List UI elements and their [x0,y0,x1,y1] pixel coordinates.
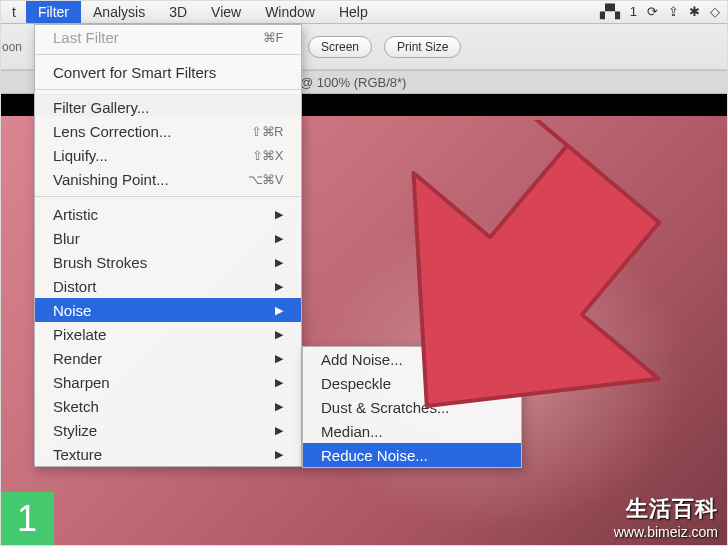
menu-item-label: Lens Correction... [53,123,171,140]
bluetooth-icon: ✱ [689,4,700,19]
menu-label: Analysis [93,4,145,20]
chevron-right-icon: ▶ [275,232,283,245]
menu-label: t [12,4,16,20]
menu-item-label: Dust & Scratches... [321,399,449,416]
options-left-label: oon [2,40,22,54]
menu-item-label: Despeckle [321,375,391,392]
menu-label: Window [265,4,315,20]
menu-item-label: Reduce Noise... [321,447,428,464]
filter-dropdown: Last Filter ⌘F Convert for Smart Filters… [34,24,302,467]
watermark: 生活百科 www.bimeiz.com [614,494,718,540]
menu-item-label: Vanishing Point... [53,171,169,188]
wifi-icon: ⇪ [668,4,679,19]
shortcut-label: ⇧⌘R [251,124,283,139]
menu-item-label: Liquify... [53,147,108,164]
menu-item-label: Render [53,350,102,367]
diamond-icon: ◇ [710,4,720,19]
menu-item-label: Add Noise... [321,351,403,368]
chevron-right-icon: ▶ [275,448,283,461]
print-size-button[interactable]: Print Size [384,36,461,58]
chevron-right-icon: ▶ [275,424,283,437]
menu-group-artistic[interactable]: Artistic▶ [35,202,301,226]
menu-lens-correction[interactable]: Lens Correction... ⇧⌘R [35,119,301,143]
menu-item-label: Distort [53,278,96,295]
menu-group-blur[interactable]: Blur▶ [35,226,301,250]
menu-label: 3D [169,4,187,20]
adobe-icon: ▞▚ [600,4,620,19]
menu-convert-smart-filters[interactable]: Convert for Smart Filters [35,60,301,84]
menu-item-label: Artistic [53,206,98,223]
menu-label: Help [339,4,368,20]
menu-item-3d[interactable]: 3D [157,0,199,23]
menu-filter-gallery[interactable]: Filter Gallery... [35,95,301,119]
menu-bar: t Filter Analysis 3D View Window Help ▞▚… [0,0,728,24]
menu-separator [35,196,301,197]
shortcut-label: ⌥⌘V [248,172,283,187]
submenu-reduce-noise[interactable]: Reduce Noise... [303,443,521,467]
fit-screen-button[interactable]: Screen [308,36,372,58]
menu-vanishing-point[interactable]: Vanishing Point... ⌥⌘V [35,167,301,191]
chevron-right-icon: ▶ [275,208,283,221]
menu-last-filter: Last Filter ⌘F [35,25,301,49]
shortcut-label: ⌘F [263,30,283,45]
menu-item-label: Sketch [53,398,99,415]
menu-item-label: Sharpen [53,374,110,391]
sync-icon: ⟳ [647,4,658,19]
menu-item-window[interactable]: Window [253,0,327,23]
menu-item-label: Pixelate [53,326,106,343]
menu-item-label: Convert for Smart Filters [53,64,216,81]
chevron-right-icon: ▶ [275,304,283,317]
menu-item-label: Last Filter [53,29,119,46]
menu-item-filter[interactable]: Filter [26,0,81,23]
chevron-right-icon: ▶ [275,328,283,341]
chevron-right-icon: ▶ [275,280,283,293]
menu-item-label: Brush Strokes [53,254,147,271]
menu-group-stylize[interactable]: Stylize▶ [35,418,301,442]
chevron-right-icon: ▶ [275,352,283,365]
menu-item-label: Median... [321,423,383,440]
menu-liquify[interactable]: Liquify... ⇧⌘X [35,143,301,167]
shortcut-label: ⇧⌘X [252,148,283,163]
menu-group-distort[interactable]: Distort▶ [35,274,301,298]
chevron-right-icon: ▶ [275,376,283,389]
menu-item-analysis[interactable]: Analysis [81,0,157,23]
step-badge: 1 [0,492,54,546]
submenu-despeckle[interactable]: Despeckle [303,371,521,395]
menu-item-label: Filter Gallery... [53,99,149,116]
menu-item-view[interactable]: View [199,0,253,23]
watermark-url: www.bimeiz.com [614,524,718,540]
menu-group-sharpen[interactable]: Sharpen▶ [35,370,301,394]
menu-group-brush-strokes[interactable]: Brush Strokes▶ [35,250,301,274]
menu-group-noise[interactable]: Noise▶ [35,298,301,322]
menu-item-label: Stylize [53,422,97,439]
menu-group-render[interactable]: Render▶ [35,346,301,370]
menu-group-sketch[interactable]: Sketch▶ [35,394,301,418]
menu-label: View [211,4,241,20]
menu-group-texture[interactable]: Texture▶ [35,442,301,466]
menu-item-label: Blur [53,230,80,247]
noise-submenu: Add Noise... Despeckle Dust & Scratches.… [302,346,522,468]
menu-separator [35,89,301,90]
watermark-title: 生活百科 [614,494,718,524]
menu-separator [35,54,301,55]
button-label: Screen [321,40,359,54]
menu-item-help[interactable]: Help [327,0,380,23]
menu-item-cut[interactable]: t [8,0,26,23]
menu-item-label: Noise [53,302,91,319]
chevron-right-icon: ▶ [275,400,283,413]
notification-count: 1 [630,4,637,19]
button-label: Print Size [397,40,448,54]
menu-label: Filter [38,4,69,20]
menu-group-pixelate[interactable]: Pixelate▶ [35,322,301,346]
submenu-median[interactable]: Median... [303,419,521,443]
document-tab-title[interactable]: @ 100% (RGB/8*) [300,75,406,90]
chevron-right-icon: ▶ [275,256,283,269]
submenu-add-noise[interactable]: Add Noise... [303,347,521,371]
menu-right-icons: ▞▚ 1 ⟳ ⇪ ✱ ◇ [600,4,728,19]
menu-item-label: Texture [53,446,102,463]
step-number: 1 [17,498,37,540]
submenu-dust-scratches[interactable]: Dust & Scratches... [303,395,521,419]
